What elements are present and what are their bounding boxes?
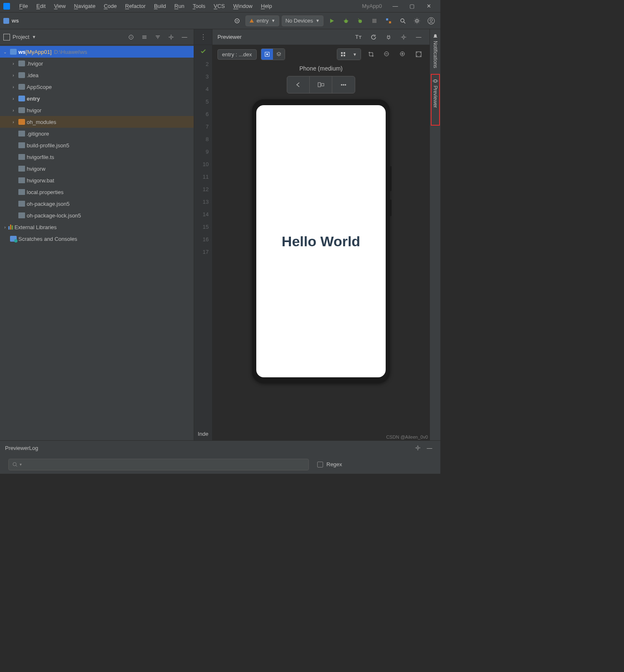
previewer-tab[interactable]: Previewer bbox=[431, 74, 440, 125]
line-number[interactable]: 9 bbox=[194, 145, 212, 158]
device-select[interactable]: No Devices ▼ bbox=[282, 15, 323, 26]
line-number[interactable]: 8 bbox=[194, 133, 212, 145]
line-number[interactable]: 13 bbox=[194, 195, 212, 208]
line-number[interactable]: 5 bbox=[194, 95, 212, 108]
debug-button[interactable] bbox=[340, 15, 352, 27]
zoom-out-icon[interactable] bbox=[381, 48, 393, 60]
project-title[interactable]: Project bbox=[13, 34, 29, 40]
svg-point-38 bbox=[417, 447, 419, 449]
search-icon[interactable] bbox=[397, 15, 409, 27]
line-number[interactable]: 15 bbox=[194, 220, 212, 233]
tree-folder-entry[interactable]: ›entry bbox=[0, 93, 194, 104]
tree-external-libraries[interactable]: › External Libraries bbox=[0, 221, 194, 233]
refresh-icon[interactable] bbox=[368, 31, 379, 43]
stop-button[interactable] bbox=[369, 15, 380, 27]
regex-checkbox[interactable] bbox=[317, 462, 323, 467]
structure-icon[interactable] bbox=[383, 15, 394, 27]
panel-settings-icon[interactable] bbox=[165, 31, 177, 43]
expand-all-icon[interactable] bbox=[139, 31, 150, 43]
grid-icon[interactable] bbox=[337, 49, 349, 60]
previewer-log-title[interactable]: PreviewerLog bbox=[5, 445, 412, 451]
menu-navigate[interactable]: Navigate bbox=[70, 3, 99, 9]
breadcrumb-icon bbox=[3, 18, 9, 24]
grid-dropdown-icon[interactable]: ▼ bbox=[349, 49, 361, 60]
run-button[interactable] bbox=[326, 15, 338, 27]
line-number[interactable]: 14 bbox=[194, 208, 212, 220]
menu-view[interactable]: View bbox=[50, 3, 70, 9]
tree-scratches[interactable]: Scratches and Consoles bbox=[0, 233, 194, 245]
run-config-select[interactable]: entry ▼ bbox=[245, 15, 279, 26]
menu-refactor[interactable]: Refactor bbox=[121, 3, 150, 9]
previewer-toolbar: entry : ...dex ▼ bbox=[212, 45, 429, 63]
previewer-settings-icon[interactable] bbox=[398, 31, 409, 43]
nav-back-icon[interactable] bbox=[287, 76, 310, 93]
menu-vcs[interactable]: VCS bbox=[210, 3, 229, 9]
editor-gutter-menu-icon[interactable]: ⋮ bbox=[194, 29, 212, 45]
target-icon[interactable] bbox=[231, 15, 243, 27]
rotate-icon[interactable] bbox=[310, 76, 332, 93]
tree-file-hvigorwbat[interactable]: hvigorw.bat bbox=[0, 174, 194, 186]
tree-folder-AppScope[interactable]: ›AppScope bbox=[0, 81, 194, 93]
tree-file-hvigorfilets[interactable]: hvigorfile.ts bbox=[0, 151, 194, 163]
line-number[interactable]: 16 bbox=[194, 233, 212, 245]
menu-edit[interactable]: Edit bbox=[32, 3, 50, 9]
inspection-status-icon[interactable] bbox=[194, 45, 212, 58]
tree-file-hvigorw[interactable]: hvigorw bbox=[0, 163, 194, 174]
collapse-all-icon[interactable] bbox=[152, 31, 164, 43]
more-icon[interactable]: ••• bbox=[332, 76, 355, 93]
phone-screen[interactable]: Hello World bbox=[256, 105, 386, 377]
line-number[interactable]: 17 bbox=[194, 245, 212, 258]
log-hide-icon[interactable]: — bbox=[424, 442, 435, 454]
line-number[interactable]: 2 bbox=[194, 58, 212, 70]
tree-folder-oh_modules[interactable]: ›oh_modules bbox=[0, 116, 194, 128]
line-number[interactable]: 7 bbox=[194, 120, 212, 133]
layers-icon[interactable] bbox=[273, 49, 285, 60]
line-number[interactable]: 4 bbox=[194, 83, 212, 95]
close-button[interactable]: ✕ bbox=[420, 0, 437, 13]
text-size-icon[interactable]: Tᴛ bbox=[353, 31, 364, 43]
menu-file[interactable]: File bbox=[15, 3, 32, 9]
account-icon[interactable] bbox=[425, 15, 437, 27]
menu-tools[interactable]: Tools bbox=[189, 3, 210, 9]
tree-folder-hvigor[interactable]: ›hvigor bbox=[0, 104, 194, 116]
menu-run[interactable]: Run bbox=[170, 3, 189, 9]
log-search-input[interactable]: ▾ bbox=[8, 459, 309, 470]
menu-code[interactable]: Code bbox=[100, 3, 121, 9]
minimize-button[interactable]: — bbox=[387, 0, 404, 13]
project-tree[interactable]: ⌄ws [MyApp01]D:\Huawei\ws›.hvigor›.idea›… bbox=[0, 45, 194, 440]
log-settings-icon[interactable] bbox=[412, 442, 424, 454]
line-number[interactable]: 6 bbox=[194, 108, 212, 120]
breadcrumb[interactable]: ws bbox=[12, 18, 19, 24]
crop-icon[interactable] bbox=[365, 48, 377, 60]
zoom-in-icon[interactable] bbox=[397, 48, 409, 60]
tree-root[interactable]: ⌄ws [MyApp01]D:\Huawei\ws bbox=[0, 46, 194, 58]
line-number[interactable]: 10 bbox=[194, 158, 212, 170]
menu-window[interactable]: Window bbox=[229, 3, 257, 9]
menu-help[interactable]: Help bbox=[257, 3, 276, 9]
svg-point-24 bbox=[266, 53, 268, 55]
settings-icon[interactable] bbox=[411, 15, 423, 27]
coverage-button[interactable] bbox=[354, 15, 366, 27]
tree-file-gitignore[interactable]: .gitignore bbox=[0, 128, 194, 139]
tree-file-buildprofilejson5[interactable]: build-profile.json5 bbox=[0, 139, 194, 151]
maximize-button[interactable]: ▢ bbox=[404, 0, 420, 13]
svg-rect-27 bbox=[341, 55, 343, 56]
inspect-mode-icon[interactable] bbox=[261, 49, 273, 60]
plug-icon[interactable] bbox=[383, 31, 394, 43]
menu-build[interactable]: Build bbox=[150, 3, 170, 9]
fit-screen-icon[interactable] bbox=[413, 48, 424, 60]
tree-folder-hvigor[interactable]: ›.hvigor bbox=[0, 58, 194, 69]
select-opened-file-icon[interactable] bbox=[125, 31, 137, 43]
tree-file-localproperties[interactable]: local.properties bbox=[0, 186, 194, 198]
preview-target-chip[interactable]: entry : ...dex bbox=[217, 49, 257, 60]
line-number[interactable]: 12 bbox=[194, 183, 212, 195]
notifications-tab[interactable]: Notifications bbox=[432, 29, 439, 72]
chevron-down-icon[interactable]: ▼ bbox=[32, 35, 36, 39]
line-number[interactable]: 3 bbox=[194, 70, 212, 83]
line-number[interactable]: 11 bbox=[194, 170, 212, 183]
previewer-hide-icon[interactable]: — bbox=[413, 31, 424, 43]
hide-panel-icon[interactable]: — bbox=[179, 31, 190, 43]
tree-file-ohpackagelockjson5[interactable]: oh-package-lock.json5 bbox=[0, 210, 194, 221]
tree-file-ohpackagejson5[interactable]: oh-package.json5 bbox=[0, 198, 194, 210]
tree-folder-idea[interactable]: ›.idea bbox=[0, 69, 194, 81]
